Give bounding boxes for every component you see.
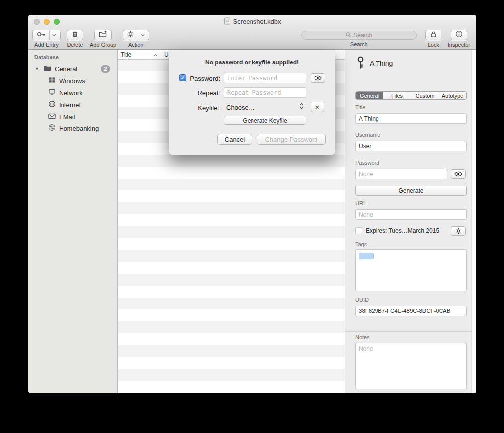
add-group-label: Add Group <box>90 42 116 48</box>
tag-token[interactable] <box>359 253 374 259</box>
trash-icon <box>71 30 79 40</box>
expires-settings-button[interactable] <box>451 226 466 236</box>
sidebar-item-label: EMail <box>59 113 75 121</box>
sidebar-item-windows[interactable]: Windows <box>28 75 117 87</box>
search-input[interactable]: Search <box>301 31 417 40</box>
titlebar: Screenshot.kdbx <box>28 15 476 28</box>
sidebar-item-label: Internet <box>59 101 81 109</box>
uuid-label: UUID <box>355 297 369 303</box>
keyfile-popup[interactable]: Choose… <box>226 104 255 111</box>
close-button[interactable] <box>34 19 40 25</box>
clear-keyfile-button[interactable]: × <box>311 102 324 112</box>
toolbar: Add Entry Delete Add Group Action <box>28 28 476 50</box>
column-header-title[interactable]: Title <box>118 50 161 59</box>
lock-label: Lock <box>428 42 439 48</box>
sidebar-item-general[interactable]: ▼ General 2 <box>28 63 117 75</box>
sidebar-item-label: Homebanking <box>59 125 99 132</box>
password-field-label: Password <box>355 160 379 166</box>
sidebar-section-header: Database <box>28 50 117 63</box>
gear-icon <box>127 30 134 40</box>
window-title-group: Screenshot.kdbx <box>224 17 281 26</box>
globe-icon <box>48 100 56 109</box>
key-plus-icon <box>37 30 46 40</box>
divider <box>345 331 471 332</box>
sidebar-item-homebanking[interactable]: Homebanking <box>28 123 117 134</box>
entry-count-badge: 2 <box>101 65 110 73</box>
add-entry-button[interactable] <box>32 30 61 40</box>
repeat-label: Repeat: <box>187 89 220 97</box>
column-username-label: U <box>164 51 169 58</box>
popup-stepper-icon[interactable] <box>299 102 304 112</box>
tab-autotype[interactable]: Autotype <box>439 92 466 99</box>
url-field-label: URL <box>355 200 366 206</box>
toolbar-item-search: Search Search <box>301 30 417 47</box>
username-field[interactable] <box>355 141 467 151</box>
search-label: Search <box>350 41 368 47</box>
title-field-label: Title <box>355 104 365 110</box>
notes-label: Notes <box>355 334 370 340</box>
expires-label: Expires: Tues…March 2015 <box>366 227 439 234</box>
password-input[interactable] <box>224 73 306 83</box>
sidebar-item-internet[interactable]: Internet <box>28 99 117 111</box>
sort-ascending-icon <box>153 51 158 58</box>
zoom-button[interactable] <box>54 19 60 25</box>
generate-keyfile-button[interactable]: Generate Keyfile <box>224 116 306 125</box>
password-field[interactable] <box>355 169 447 179</box>
search-placeholder: Search <box>353 32 372 39</box>
password-label: Password: <box>187 75 220 82</box>
tab-files[interactable]: Files <box>383 92 411 99</box>
keyfile-label: Keyfile: <box>187 104 219 112</box>
traffic-lights <box>34 19 60 25</box>
toolbar-item-lock: Lock <box>425 30 441 48</box>
search-icon <box>345 32 351 39</box>
percent-icon <box>48 124 56 133</box>
tab-general[interactable]: General <box>356 92 383 99</box>
add-group-button[interactable] <box>94 30 112 40</box>
folder-plus-icon <box>99 30 107 40</box>
key-icon <box>356 56 365 71</box>
lock-icon <box>430 30 437 40</box>
password-sheet: No password or keyfile supplied! Passwor… <box>169 50 335 155</box>
inspector-scrollbar[interactable] <box>471 50 476 393</box>
sidebar-item-label: General <box>55 65 77 73</box>
sidebar-item-network[interactable]: Network <box>28 87 117 99</box>
expires-checkbox[interactable] <box>355 227 362 234</box>
delete-button[interactable] <box>67 30 83 40</box>
tags-field[interactable] <box>355 249 467 291</box>
generate-password-button[interactable]: Generate <box>355 186 467 196</box>
action-label: Action <box>128 42 144 48</box>
action-dropdown[interactable] <box>138 30 145 40</box>
add-entry-dropdown[interactable] <box>49 30 56 40</box>
password-checkbox[interactable] <box>179 74 186 81</box>
toolbar-item-delete: Delete <box>67 30 83 48</box>
notes-field[interactable] <box>355 343 467 389</box>
reveal-password-button[interactable] <box>311 73 325 83</box>
username-field-label: Username <box>355 132 380 138</box>
windows-icon <box>48 77 56 85</box>
cancel-button[interactable]: Cancel <box>217 134 252 145</box>
entry-title: A Thing <box>370 60 393 67</box>
url-field[interactable] <box>355 209 467 220</box>
column-title-label: Title <box>121 51 131 58</box>
sidebar-item-email[interactable]: EMail <box>28 111 117 123</box>
window-chrome: Screenshot.kdbx Add Entry Delete <box>28 15 476 50</box>
inspector-button[interactable] <box>451 30 467 40</box>
sidebar-item-label: Windows <box>59 77 85 85</box>
lock-button[interactable] <box>425 30 441 40</box>
uuid-field[interactable] <box>355 306 467 316</box>
tab-custom[interactable]: Custom <box>411 92 439 99</box>
envelope-icon <box>48 113 56 121</box>
expires-row: Expires: Tues…March 2015 <box>355 227 439 234</box>
minimize-button[interactable] <box>44 19 50 25</box>
info-icon <box>455 30 463 40</box>
repeat-password-input[interactable] <box>224 87 306 98</box>
inspector-tabs: General Files Custom Autotype <box>355 91 467 100</box>
reveal-password-button[interactable] <box>451 169 466 179</box>
change-password-button[interactable]: Change Password <box>257 134 326 145</box>
tags-label: Tags <box>355 241 367 247</box>
sidebar-item-label: Network <box>59 89 83 97</box>
disclosure-triangle-icon[interactable]: ▼ <box>34 66 40 71</box>
computer-icon <box>48 89 56 97</box>
action-button[interactable] <box>123 30 149 40</box>
title-field[interactable] <box>355 113 467 124</box>
